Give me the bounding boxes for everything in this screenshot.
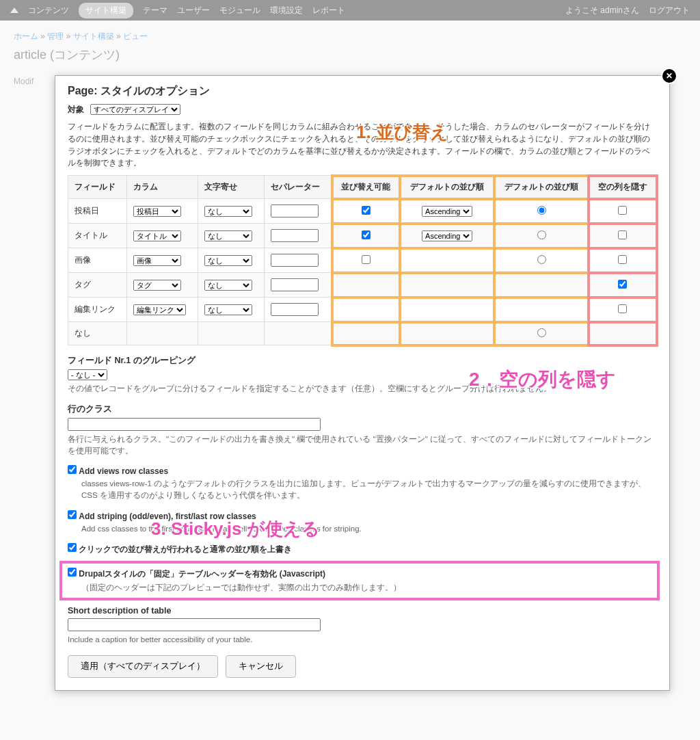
dialog-title: Page: スタイルのオプション (68, 84, 657, 96)
style-options-dialog: ✕ 1. 並び替え 2．空の列を隠す 3. Sticky.js が使える Pag… (55, 75, 670, 96)
